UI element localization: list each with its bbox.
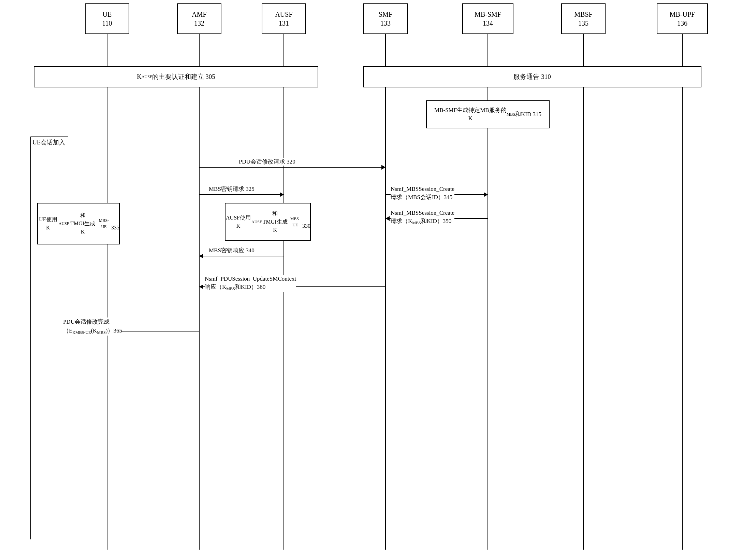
svg-rect-20: [38, 203, 119, 244]
svg-marker-13: [381, 165, 386, 170]
svg-marker-27: [107, 329, 111, 334]
svg-rect-7: [34, 67, 318, 87]
sequence-diagram: UE110 AMF132 AUSF131 SMF133 MB-SMF134 MB…: [0, 0, 756, 551]
svg-marker-15: [280, 192, 284, 197]
svg-marker-25: [199, 284, 203, 289]
svg-rect-21: [225, 203, 310, 241]
svg-rect-9: [426, 101, 549, 128]
svg-marker-19: [386, 216, 390, 221]
svg-rect-8: [363, 67, 701, 87]
svg-marker-23: [199, 254, 203, 258]
svg-marker-17: [484, 192, 488, 197]
diagram-svg: [0, 0, 756, 551]
